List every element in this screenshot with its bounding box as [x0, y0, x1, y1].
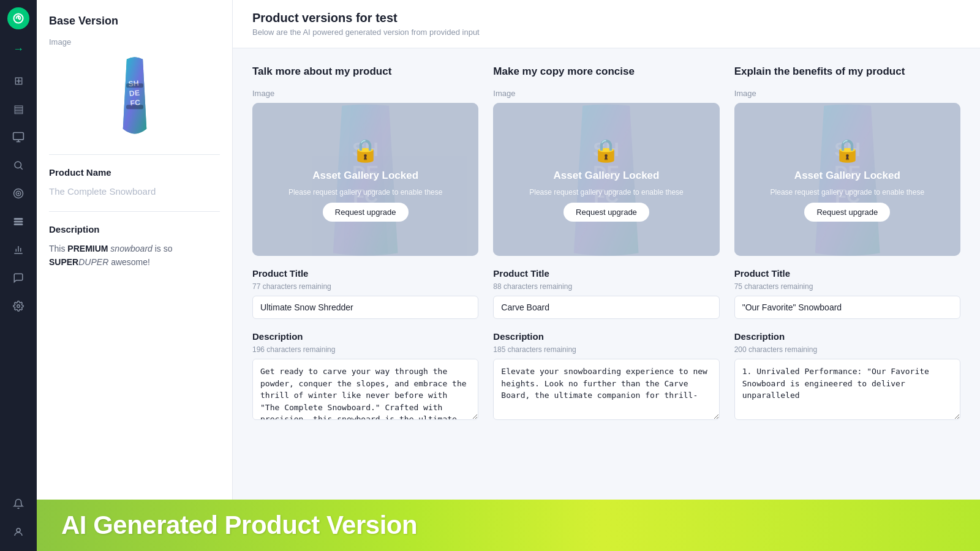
base-product-name: The Complete Snowboard	[49, 185, 220, 199]
svg-point-10	[17, 528, 20, 532]
page-subtitle: Below are the AI powered generated versi…	[252, 28, 960, 37]
svg-point-5	[18, 193, 19, 194]
versions-grid: Talk more about my product Image	[252, 66, 960, 435]
desc-chars-2: 185 characters remaining	[493, 345, 719, 354]
gallery-locked-sub-1: Please request gallery upgrade to enable…	[276, 188, 455, 197]
svg-rect-8	[14, 224, 23, 225]
svg-text:DE: DE	[129, 89, 140, 98]
versions-container: Talk more about my product Image	[233, 48, 980, 452]
grid-icon[interactable]: ⊞	[7, 69, 30, 92]
chat-icon[interactable]	[7, 266, 30, 290]
product-name-field-label: Product Name	[49, 167, 220, 178]
base-description: This PREMIUM snowboard is so SUPERDUPER …	[49, 242, 220, 269]
svg-rect-14	[126, 83, 143, 88]
desc-chars-3: 200 characters remaining	[734, 345, 960, 354]
search-icon[interactable]	[7, 154, 30, 177]
sidebar: → ⊞ ▤	[0, 0, 37, 551]
request-upgrade-btn-2[interactable]: Request upgrade	[564, 203, 649, 222]
chart-icon[interactable]	[7, 238, 30, 261]
svg-rect-15	[126, 105, 143, 109]
description-label-2: Description	[493, 331, 719, 342]
version-1-title: Talk more about my product	[252, 66, 478, 78]
description-textarea-2[interactable]: Elevate your snowboarding experience to …	[493, 359, 719, 420]
gallery-locked-title-2: Asset Gallery Locked	[554, 170, 660, 182]
svg-point-2	[15, 162, 21, 168]
base-snowboard-image: SH DE FC	[104, 54, 165, 140]
version-1-desc-section: Description 196 characters remaining Get…	[252, 331, 478, 422]
main-content: Product versions for test Below are the …	[233, 0, 980, 551]
description-textarea-1[interactable]: Get ready to carve your way through the …	[252, 359, 478, 420]
version-3-title-section: Product Title 75 characters remaining	[734, 268, 960, 319]
request-upgrade-btn-3[interactable]: Request upgrade	[804, 203, 890, 222]
lock-icon-2: 🔒	[592, 138, 620, 163]
lock-icon-3: 🔒	[834, 138, 861, 163]
base-panel: Base Version Image SH DE FC Product Name…	[37, 0, 233, 551]
lock-icon-1: 🔒	[352, 138, 379, 163]
version-card-2: Make my copy more concise Image	[493, 66, 719, 435]
product-title-label-3: Product Title	[734, 268, 960, 279]
version-2-desc-section: Description 185 characters remaining Ele…	[493, 331, 719, 422]
gallery-overlay-1: 🔒 Asset Gallery Locked Please request ga…	[252, 103, 478, 256]
product-title-input-3[interactable]	[734, 296, 960, 319]
svg-rect-1	[13, 133, 24, 140]
description-label-3: Description	[734, 331, 960, 342]
version-3-title: Explain the benefits of my product	[734, 66, 960, 78]
user-avatar[interactable]	[7, 520, 30, 544]
version-3-img-label: Image	[734, 89, 960, 98]
gallery-locked-sub-3: Please request gallery upgrade to enable…	[758, 188, 937, 197]
version-1-gallery: SH DE FC 🔒 Asset Gallery Locked Please r…	[252, 103, 478, 256]
monitor-icon[interactable]	[7, 126, 30, 149]
gallery-locked-title-3: Asset Gallery Locked	[794, 170, 900, 182]
target-icon[interactable]	[7, 182, 30, 205]
product-title-input-2[interactable]	[493, 296, 719, 319]
version-card-1: Talk more about my product Image	[252, 66, 478, 435]
chars-remaining-1: 77 characters remaining	[252, 282, 478, 291]
base-version-title: Base Version	[49, 15, 220, 28]
product-title-label-1: Product Title	[252, 268, 478, 279]
page-title: Product versions for test	[252, 11, 960, 25]
bell-icon[interactable]	[7, 492, 30, 515]
list-icon[interactable]	[7, 210, 30, 233]
svg-rect-7	[14, 221, 23, 222]
ai-banner: AI Generated Product Version	[37, 500, 980, 551]
version-2-img-label: Image	[493, 89, 719, 98]
version-2-gallery: SH DE FC 🔒 Asset Gallery Locked Please r…	[493, 103, 719, 256]
version-2-title: Make my copy more concise	[493, 66, 719, 78]
version-1-img-label: Image	[252, 89, 478, 98]
description-label-1: Description	[252, 331, 478, 342]
chars-remaining-2: 88 characters remaining	[493, 282, 719, 291]
table-icon[interactable]: ▤	[7, 97, 30, 121]
product-title-label-2: Product Title	[493, 268, 719, 279]
version-card-3: Explain the benefits of my product Image	[734, 66, 960, 435]
description-field-label: Description	[49, 224, 220, 234]
desc-chars-1: 196 characters remaining	[252, 345, 478, 354]
description-textarea-3[interactable]: 1. Unrivaled Performance: "Our Favorite …	[734, 359, 960, 420]
ai-banner-text: AI Generated Product Version	[61, 511, 956, 540]
nav-arrow[interactable]: →	[9, 39, 28, 59]
version-3-gallery: SH DE FC 🔒 Asset Gallery Locked Please r…	[734, 103, 960, 256]
gallery-overlay-2: 🔒 Asset Gallery Locked Please request ga…	[493, 103, 719, 256]
request-upgrade-btn-1[interactable]: Request upgrade	[323, 203, 409, 222]
app-logo[interactable]	[7, 7, 29, 29]
gallery-locked-sub-2: Please request gallery upgrade to enable…	[517, 188, 696, 197]
version-3-desc-section: Description 200 characters remaining 1. …	[734, 331, 960, 422]
divider-2	[49, 211, 220, 212]
svg-point-9	[17, 305, 20, 308]
version-2-title-section: Product Title 88 characters remaining	[493, 268, 719, 319]
gallery-locked-title-1: Asset Gallery Locked	[312, 170, 418, 182]
svg-rect-6	[14, 219, 23, 220]
version-1-title-section: Product Title 77 characters remaining	[252, 268, 478, 319]
product-title-input-1[interactable]	[252, 296, 478, 319]
image-label: Image	[49, 37, 220, 47]
divider-1	[49, 154, 220, 155]
settings-icon[interactable]	[7, 294, 30, 318]
page-header: Product versions for test Below are the …	[233, 0, 980, 48]
chars-remaining-3: 75 characters remaining	[734, 282, 960, 291]
gallery-overlay-3: 🔒 Asset Gallery Locked Please request ga…	[734, 103, 960, 256]
